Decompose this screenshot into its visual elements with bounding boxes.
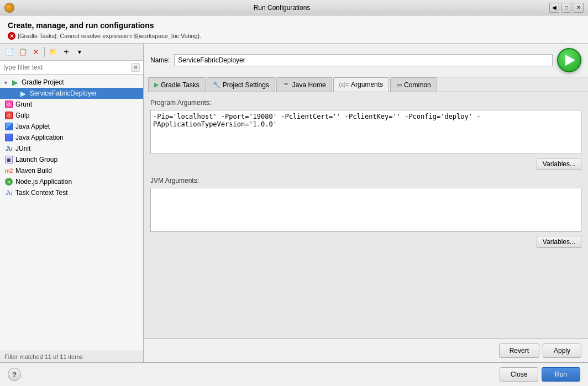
tab-java-home[interactable]: ☕ Java Home xyxy=(276,77,332,92)
service-fabric-label: ServiceFabricDeployer xyxy=(30,89,97,97)
window-maximize[interactable]: □ xyxy=(561,3,571,13)
window-close[interactable]: ✕ xyxy=(574,3,584,13)
new-config-button[interactable]: 📄 xyxy=(3,46,15,58)
dropdown-button[interactable]: ▾ xyxy=(74,46,86,58)
java-application-label: Java Application xyxy=(15,134,64,141)
left-panel: 📄 📋 ✕ 📁 + ▾ xyxy=(0,44,144,362)
window-controls: ◀ □ ✕ xyxy=(549,3,584,13)
tabs-bar: ▶ Gradle Tasks 🔧 Project Settings ☕ Java… xyxy=(144,77,588,92)
add-config-button[interactable]: + xyxy=(60,46,72,58)
jvm-args-input[interactable] xyxy=(150,188,581,232)
project-settings-tab-icon: 🔧 xyxy=(213,81,221,88)
search-area: ✕ xyxy=(0,61,143,75)
sidebar-item-gradle-project[interactable]: ▾ ▶ Gradle Project xyxy=(0,77,143,88)
launch-group-icon: ▦ xyxy=(4,155,13,164)
gulp-icon: G xyxy=(4,111,13,120)
search-input[interactable] xyxy=(3,64,131,71)
service-fabric-icon: ▶ xyxy=(19,89,28,98)
filter-button[interactable]: 📁 xyxy=(47,46,59,58)
chevron-down-icon: ▾ xyxy=(4,80,7,86)
gradle-tasks-tab-label: Gradle Tasks xyxy=(161,81,200,89)
gulp-label: Gulp xyxy=(15,112,29,119)
common-tab-icon: ▭ xyxy=(396,81,402,88)
dialog-title: Create, manage, and run configurations xyxy=(8,21,580,30)
dialog-footer: ? Close Run xyxy=(0,362,588,386)
new-icon: 📄 xyxy=(6,48,14,56)
program-args-label: Program Arguments: xyxy=(150,99,581,107)
sidebar-item-task-context[interactable]: JU Task Context Test xyxy=(0,187,143,198)
run-large-button[interactable] xyxy=(557,48,581,72)
launch-group-label: Launch Group xyxy=(15,156,57,163)
sidebar-item-java-application[interactable]: Java Application xyxy=(0,132,143,143)
search-clear-button[interactable]: ✕ xyxy=(131,63,140,72)
program-args-input[interactable] xyxy=(150,110,581,154)
main-content: Program Arguments: Variables... JVM Argu… xyxy=(144,92,588,339)
java-home-tab-label: Java Home xyxy=(292,81,326,89)
arguments-tab-icon: (x)= xyxy=(339,82,349,88)
close-button[interactable]: Close xyxy=(500,367,538,382)
tree: ▾ ▶ Gradle Project ▶ ServiceFabricDeploy… xyxy=(0,75,143,351)
window-title: Run Configurations xyxy=(14,4,549,12)
maven-icon: m2 xyxy=(4,166,13,175)
task-context-icon: JU xyxy=(4,188,13,197)
error-text: [Gradle Tasks]: Cannot resolve expressio… xyxy=(18,33,201,39)
run-button[interactable]: Run xyxy=(542,367,580,382)
sidebar-item-launch-group[interactable]: ▦ Launch Group xyxy=(0,154,143,165)
dialog-body: Create, manage, and run configurations ✕… xyxy=(0,15,588,386)
nodejs-icon: n xyxy=(4,177,13,186)
sidebar-item-java-applet[interactable]: Java Applet xyxy=(0,121,143,132)
revert-button[interactable]: Revert xyxy=(499,343,539,358)
toolbar-separator-1 xyxy=(44,47,45,57)
variables-btn-2[interactable]: Variables... xyxy=(537,236,581,248)
name-row: Name: xyxy=(144,44,588,77)
arguments-tab-label: Arguments xyxy=(351,81,383,88)
filter-icon: 📁 xyxy=(49,48,57,56)
tab-arguments[interactable]: (x)= Arguments xyxy=(333,77,390,92)
variables-btn-1[interactable]: Variables... xyxy=(537,158,581,170)
filter-status: Filter matched 11 of 11 items xyxy=(0,351,143,362)
apply-button[interactable]: Apply xyxy=(543,343,581,358)
content-area: 📄 📋 ✕ 📁 + ▾ xyxy=(0,44,588,362)
sidebar-item-junit[interactable]: JU JUnit xyxy=(0,143,143,154)
bottom-bar: Revert Apply xyxy=(144,339,588,362)
window-back[interactable]: ◀ xyxy=(549,3,559,13)
left-toolbar: 📄 📋 ✕ 📁 + ▾ xyxy=(0,44,143,61)
help-button[interactable]: ? xyxy=(8,368,21,381)
app-icon xyxy=(4,3,14,13)
jvm-args-label: JVM Arguments: xyxy=(150,177,581,184)
sidebar-item-grunt[interactable]: G Grunt xyxy=(0,99,143,110)
name-label: Name: xyxy=(150,56,170,64)
delete-config-button[interactable]: ✕ xyxy=(30,46,42,58)
dialog-header: Create, manage, and run configurations ✕… xyxy=(0,15,588,44)
sidebar-item-service-fabric[interactable]: ▶ ServiceFabricDeployer xyxy=(0,88,143,99)
tab-project-settings[interactable]: 🔧 Project Settings xyxy=(207,77,275,92)
sidebar-item-nodejs[interactable]: n Node.js Application xyxy=(0,176,143,187)
duplicate-config-button[interactable]: 📋 xyxy=(17,46,29,58)
grunt-icon: G xyxy=(4,100,13,109)
junit-label: JUnit xyxy=(15,145,30,152)
tab-gradle-tasks[interactable]: ▶ Gradle Tasks xyxy=(148,77,206,92)
java-application-icon xyxy=(4,133,13,142)
error-line: ✕ [Gradle Tasks]: Cannot resolve express… xyxy=(8,32,580,40)
java-home-tab-icon: ☕ xyxy=(282,81,290,88)
duplicate-icon: 📋 xyxy=(19,48,27,56)
gradle-project-icon: ▶ xyxy=(11,78,19,87)
program-args-section: Program Arguments: Variables... xyxy=(150,99,581,170)
delete-icon: ✕ xyxy=(33,47,39,56)
grunt-label: Grunt xyxy=(15,101,32,108)
titlebar: Run Configurations ◀ □ ✕ xyxy=(0,0,588,15)
maven-label: Maven Build xyxy=(15,167,52,175)
name-input[interactable] xyxy=(174,54,553,66)
nodejs-label: Node.js Application xyxy=(15,178,72,186)
sidebar-item-gulp[interactable]: G Gulp xyxy=(0,110,143,121)
project-settings-tab-label: Project Settings xyxy=(223,81,269,89)
sidebar-item-maven-build[interactable]: m2 Maven Build xyxy=(0,165,143,176)
right-panel: Name: ▶ Gradle Tasks 🔧 Project Settings … xyxy=(144,44,588,362)
dropdown-icon: ▾ xyxy=(78,48,81,56)
java-applet-icon xyxy=(4,122,13,131)
task-context-label: Task Context Test xyxy=(15,189,68,197)
footer-buttons: Close Run xyxy=(500,367,580,382)
add-icon: + xyxy=(64,47,69,57)
gradle-project-label: Gradle Project xyxy=(22,78,64,86)
tab-common[interactable]: ▭ Common xyxy=(390,77,437,92)
